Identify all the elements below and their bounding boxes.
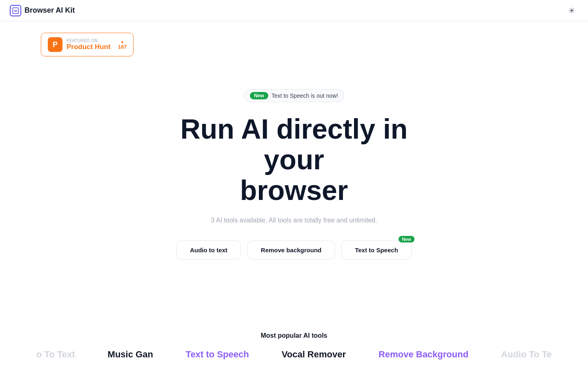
app-header: AI Browser AI Kit ☀ <box>0 0 588 21</box>
logo-icon: AI <box>10 5 21 16</box>
hero-title-line1: Run AI directly in your <box>180 113 408 175</box>
theme-toggle-button[interactable]: ☀ <box>565 4 578 17</box>
producthunt-text-group: FEATURED ON Product Hunt <box>67 38 111 51</box>
popular-section-title: Most popular AI tools <box>0 332 588 339</box>
audio-to-text-label: Audio to text <box>190 247 227 254</box>
popular-tool-text-to-speech[interactable]: Text to Speech <box>169 349 265 360</box>
producthunt-logo: P <box>48 37 62 52</box>
popular-tool-vocal-remover[interactable]: Vocal Remover <box>265 349 362 360</box>
announcement-new-badge: New <box>250 92 268 99</box>
announcement-badge[interactable]: New Text to Speech is out now! <box>244 89 344 102</box>
producthunt-name: Product Hunt <box>67 43 111 51</box>
producthunt-count: 167 <box>118 44 127 50</box>
producthunt-arrow: ▲ <box>120 40 125 44</box>
tool-buttons-group: Audio to text Remove background New Text… <box>176 240 412 260</box>
popular-tool-music-gan[interactable]: Music Gan <box>91 349 169 360</box>
logo-text: Browser AI Kit <box>24 6 75 15</box>
popular-section: Most popular AI tools o To Text Music Ga… <box>0 319 588 368</box>
hero-section: New Text to Speech is out now! Run AI di… <box>0 56 588 260</box>
producthunt-votes: ▲ 167 <box>118 40 127 50</box>
popular-tool-audio-to-text-left[interactable]: o To Text <box>20 349 91 360</box>
product-hunt-badge[interactable]: P FEATURED ON Product Hunt ▲ 167 <box>41 33 134 56</box>
popular-tool-remove-background[interactable]: Remove Background <box>362 349 485 360</box>
producthunt-featured-label: FEATURED ON <box>67 38 111 43</box>
product-hunt-section: P FEATURED ON Product Hunt ▲ 167 <box>0 21 588 56</box>
remove-background-label: Remove background <box>261 247 321 254</box>
text-to-speech-new-badge: New <box>399 236 414 242</box>
text-to-speech-button[interactable]: New Text to Speech <box>341 240 412 260</box>
announcement-text: Text to Speech is out now! <box>272 92 338 99</box>
logo[interactable]: AI Browser AI Kit <box>10 5 75 16</box>
svg-text:AI: AI <box>14 9 17 13</box>
hero-title-line2: browser <box>240 175 348 206</box>
popular-tools-row: o To Text Music Gan Text to Speech Vocal… <box>0 349 588 360</box>
popular-tool-audio-to-text-right[interactable]: Audio To Te <box>485 349 568 360</box>
hero-title: Run AI directly in your browser <box>151 114 437 205</box>
hero-subtitle: 3 AI tools available. All tools are tota… <box>211 217 377 224</box>
remove-background-button[interactable]: Remove background <box>247 240 335 260</box>
audio-to-text-button[interactable]: Audio to text <box>176 240 241 260</box>
text-to-speech-label: Text to Speech <box>355 247 398 254</box>
